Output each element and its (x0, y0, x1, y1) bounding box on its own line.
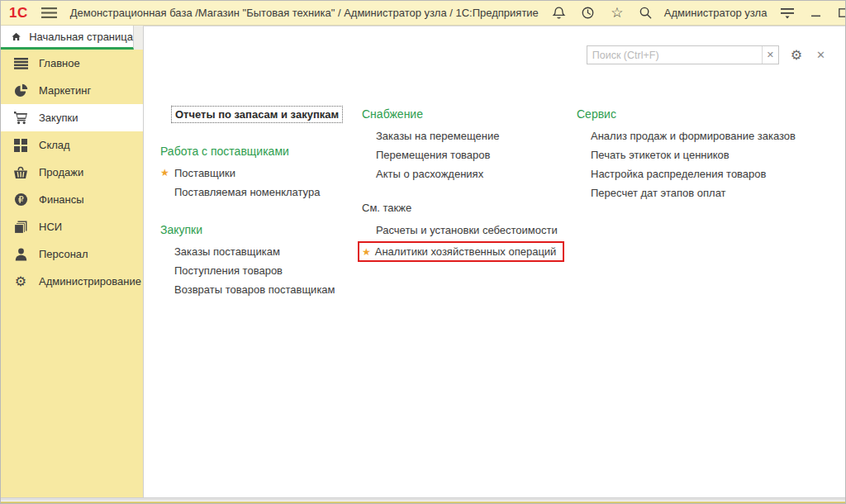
titlebar-actions: ☆ Администратор узла (539, 5, 846, 21)
list-menu-icon (13, 56, 28, 71)
tab-home-page[interactable]: Начальная страница (1, 26, 134, 50)
link-transfer-orders[interactable]: Заказы на перемещение (362, 126, 573, 145)
link-goods-distribution-settings[interactable]: Настройка распределения товаров (577, 164, 808, 183)
basket-icon (13, 165, 28, 180)
sidebar-item-label: Склад (39, 139, 70, 151)
home-icon (12, 31, 21, 42)
link-label: Аналитики хозяйственных операций (375, 244, 557, 259)
link-label: Поставляемая номенклатура (174, 186, 320, 198)
sidebar-item-label: Маркетинг (39, 84, 91, 97)
sidebar-item-personnel[interactable]: Персонал (1, 240, 143, 268)
link-supplied-nomenclature[interactable]: Поставляемая номенклатура (160, 183, 363, 202)
tab-row: Начальная страница (1, 26, 143, 50)
link-returns-to-suppliers[interactable]: Возвраты товаров поставщикам (160, 280, 363, 299)
section-header-purchases: Закупки (160, 221, 363, 238)
link-label: Пересчет дат этапов оплат (591, 187, 726, 199)
main-menu-hamburger-icon[interactable] (41, 5, 57, 21)
ruble-coin-icon (13, 193, 28, 207)
sidebar-item-label: Финансы (39, 193, 84, 206)
window-bottom-edge (1, 497, 845, 503)
link-label-price-tag-printing[interactable]: Печать этикеток и ценников (577, 145, 808, 164)
sidebar-item-label: Главное (39, 57, 80, 69)
menu-column-2: Снабжение Заказы на перемещение Перемеще… (362, 106, 573, 262)
sidebar-item-finance[interactable]: Финансы (1, 186, 143, 213)
favorites-star-icon[interactable]: ☆ (609, 5, 625, 21)
sidebar-item-label: Персонал (39, 248, 88, 260)
gear-icon: ⚙ (13, 274, 28, 289)
link-discrepancy-acts[interactable]: Акты о расхождениях (362, 164, 573, 183)
link-label: Перемещения товаров (376, 149, 490, 161)
purchases-function-panel: ✕ ⚙ ✕ Отчеты по запасам и закупкам Работ… (143, 26, 845, 497)
link-goods-transfers[interactable]: Перемещения товаров (362, 145, 573, 164)
sidebar-item-label: Закупки (39, 112, 78, 124)
link-orders-to-suppliers[interactable]: Заказы поставщикам (160, 242, 363, 261)
section-header-service: Сервис (577, 106, 808, 122)
link-label: Возвраты товаров поставщикам (174, 283, 335, 296)
panel-close-icon[interactable]: ✕ (816, 50, 825, 60)
grid-icon (13, 138, 28, 153)
sidebar-item-sales[interactable]: Продажи (1, 159, 143, 186)
global-search-icon[interactable] (638, 5, 654, 21)
shopping-cart-icon (13, 111, 28, 126)
link-business-operation-analytics-highlighted[interactable]: ★ Аналитики хозяйственных операций (358, 241, 564, 262)
window-title: Демонстрационная база /Магазин "Бытовая … (70, 7, 539, 19)
link-goods-receipts[interactable]: Поступления товаров (160, 261, 363, 280)
link-sales-analysis-order-forming[interactable]: Анализ продаж и формирование заказов (577, 126, 808, 145)
sidebar-item-main[interactable]: Главное (1, 50, 143, 77)
tab-home-label: Начальная страница (29, 31, 133, 43)
link-label: Печать этикеток и ценников (591, 149, 730, 161)
section-header-supply: Снабжение (362, 106, 573, 122)
person-icon (13, 247, 28, 262)
panel-toolbar: ✕ ⚙ ✕ (587, 45, 825, 64)
link-suppliers[interactable]: ★ Поставщики (160, 164, 363, 183)
pie-chart-icon (13, 83, 28, 98)
link-label: Поставщики (174, 167, 235, 179)
favorite-star-icon: ★ (362, 246, 371, 258)
user-menu-icon[interactable] (779, 5, 796, 21)
section-header-suppliers-work: Работа с поставщиками (160, 143, 363, 159)
1c-logo: 1С (9, 5, 28, 21)
menu-column-1: Отчеты по запасам и закупкам Работа с по… (160, 106, 363, 299)
link-payment-stage-dates-recalc[interactable]: Пересчет дат этапов оплат (577, 183, 808, 202)
titlebar: 1С Демонстрационная база /Магазин "Бытов… (1, 1, 845, 26)
sidebar-item-warehouse[interactable]: Склад (1, 131, 143, 159)
link-label: Заказы на перемещение (376, 130, 499, 142)
app-window: 1С Демонстрационная база /Магазин "Бытов… (0, 0, 846, 504)
notifications-bell-icon[interactable] (551, 5, 568, 21)
section-header-see-also: См. также (362, 200, 573, 216)
panel-settings-gear-icon[interactable]: ⚙ (791, 49, 802, 62)
search-box: ✕ (587, 45, 779, 64)
minimize-button[interactable] (808, 6, 823, 21)
link-label: Настройка распределения товаров (591, 168, 766, 180)
sidebar-item-administration[interactable]: ⚙ Администрирование (1, 268, 143, 295)
left-pane: Начальная страница Главное Маркетинг (1, 26, 143, 497)
sidebar-item-label: НСИ (39, 221, 62, 233)
link-label: Расчеты и установки себестоимости (376, 224, 558, 236)
sidebar-item-nsi[interactable]: НСИ (1, 213, 143, 240)
sidebar-item-marketing[interactable]: Маркетинг (1, 77, 143, 104)
sidebar-item-label: Администрирование (39, 275, 141, 288)
history-clock-icon[interactable] (580, 5, 596, 21)
sidebar-item-purchases[interactable]: Закупки (1, 104, 143, 131)
link-label: Акты о расхождениях (376, 168, 483, 180)
menu-column-3: Сервис Анализ продаж и формирование зака… (577, 106, 808, 202)
documents-icon (13, 220, 28, 235)
search-input[interactable] (587, 46, 762, 64)
link-label: Заказы поставщикам (174, 245, 280, 258)
current-user-label[interactable]: Администратор узла (664, 7, 768, 19)
sidebar-nav: Главное Маркетинг Закупки Склад (1, 50, 143, 295)
search-clear-icon[interactable]: ✕ (762, 46, 778, 64)
sidebar-item-label: Продажи (39, 166, 83, 178)
link-label: Анализ продаж и формирование заказов (591, 130, 796, 142)
maximize-button[interactable] (835, 6, 846, 21)
favorite-star-icon: ★ (160, 164, 169, 183)
link-label: Поступления товаров (174, 264, 283, 277)
link-cost-calculations[interactable]: Расчеты и установки себестоимости (362, 221, 573, 240)
link-inventory-purchase-reports[interactable]: Отчеты по запасам и закупкам (171, 106, 343, 123)
